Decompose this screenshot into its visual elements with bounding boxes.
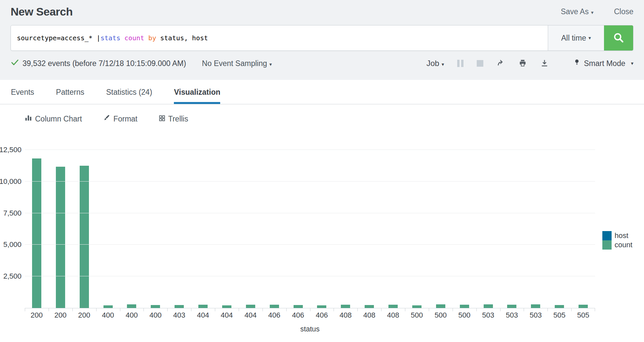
- x-axis-label: 500: [429, 308, 453, 320]
- time-range-picker[interactable]: All time▾: [548, 25, 604, 51]
- bar[interactable]: [507, 305, 516, 308]
- stop-icon: [477, 60, 483, 67]
- page-title: New Search: [11, 5, 73, 18]
- caret-down-icon: ▾: [591, 10, 594, 15]
- bar-group[interactable]: [334, 150, 357, 308]
- x-axis-label: 200: [49, 308, 72, 320]
- header: New Search Save As▾ Close: [11, 0, 633, 25]
- caret-down-icon: ▾: [588, 35, 591, 41]
- x-axis-label: 503: [500, 308, 524, 320]
- bar-group[interactable]: [239, 150, 262, 308]
- bar[interactable]: [294, 305, 303, 308]
- search-mode-dropdown[interactable]: Smart Mode▾: [573, 58, 633, 68]
- query-token: by: [148, 34, 156, 42]
- close-button[interactable]: Close: [614, 7, 633, 16]
- check-icon: [11, 58, 19, 69]
- bar-group[interactable]: [167, 150, 191, 308]
- save-as-button[interactable]: Save As▾: [561, 7, 593, 16]
- stop-button[interactable]: [477, 60, 483, 67]
- legend-item[interactable]: count: [602, 240, 632, 250]
- legend-label: host: [615, 231, 628, 240]
- download-icon: [540, 59, 549, 68]
- bar[interactable]: [317, 305, 326, 308]
- search-button[interactable]: [604, 25, 633, 51]
- bar[interactable]: [388, 305, 398, 308]
- bar-group[interactable]: [120, 150, 144, 308]
- bar[interactable]: [127, 304, 136, 308]
- bar-group[interactable]: [524, 150, 547, 308]
- bar[interactable]: [555, 305, 564, 308]
- search-icon: [613, 32, 624, 45]
- bar-group[interactable]: [500, 150, 524, 308]
- bar[interactable]: [175, 305, 184, 308]
- share-button[interactable]: [497, 59, 505, 68]
- trellis-grid-icon: [159, 115, 165, 123]
- event-sampling-dropdown[interactable]: No Event Sampling▾: [202, 59, 272, 68]
- bar[interactable]: [80, 166, 89, 308]
- bar-group[interactable]: [191, 150, 215, 308]
- bar[interactable]: [531, 304, 540, 308]
- tab-patterns[interactable]: Patterns: [56, 80, 84, 104]
- search-bar: sourcetype=access_* |stats count by stat…: [11, 25, 633, 51]
- bar[interactable]: [436, 304, 445, 308]
- bar-group[interactable]: [357, 150, 381, 308]
- tab-events[interactable]: Events: [11, 80, 34, 104]
- bar-group[interactable]: [405, 150, 429, 308]
- bar[interactable]: [151, 305, 160, 308]
- trellis-button[interactable]: Trellis: [159, 115, 188, 123]
- pause-icon: [457, 60, 463, 67]
- bar[interactable]: [460, 305, 469, 308]
- chart-type-picker[interactable]: Column Chart: [25, 114, 82, 123]
- bar-group[interactable]: [96, 150, 120, 308]
- x-axis-label: 408: [357, 308, 381, 320]
- print-icon: [518, 59, 527, 68]
- bar[interactable]: [365, 305, 374, 308]
- bar[interactable]: [103, 305, 113, 308]
- results-tabs: Events Patterns Statistics (24) Visualiz…: [0, 80, 644, 104]
- format-button[interactable]: Format: [103, 114, 138, 123]
- x-axis-label: 408: [334, 308, 357, 320]
- bar-group[interactable]: [429, 150, 453, 308]
- tab-visualization[interactable]: Visualization: [174, 80, 220, 104]
- pause-button[interactable]: [457, 60, 463, 67]
- bar[interactable]: [412, 305, 422, 308]
- bar[interactable]: [198, 305, 208, 308]
- bar[interactable]: [246, 305, 255, 308]
- bar[interactable]: [341, 305, 350, 308]
- bar[interactable]: [222, 305, 231, 308]
- bar-group[interactable]: [72, 150, 96, 308]
- x-axis-label: 406: [286, 308, 310, 320]
- print-button[interactable]: [518, 59, 527, 68]
- bar-group[interactable]: [215, 150, 239, 308]
- bar-group[interactable]: [476, 150, 500, 308]
- x-axis-label: 500: [453, 308, 476, 320]
- bar[interactable]: [484, 304, 493, 308]
- y-axis-label: 2,500: [3, 272, 21, 281]
- column-chart: 2,5005,0007,50010,00012,500 200200200400…: [0, 150, 644, 333]
- bar-group[interactable]: [310, 150, 334, 308]
- bar-group[interactable]: [381, 150, 405, 308]
- bar[interactable]: [56, 167, 65, 308]
- bar[interactable]: [579, 305, 588, 308]
- search-input[interactable]: sourcetype=access_* |stats count by stat…: [11, 25, 548, 51]
- bar-group[interactable]: [49, 150, 72, 308]
- bar-group[interactable]: [453, 150, 476, 308]
- tab-statistics[interactable]: Statistics (24): [106, 80, 152, 104]
- bar-group[interactable]: [547, 150, 571, 308]
- legend-item[interactable]: host: [602, 231, 632, 240]
- bar-group[interactable]: [286, 150, 310, 308]
- bar-group[interactable]: [571, 150, 595, 308]
- bar-group[interactable]: [25, 150, 49, 308]
- bar[interactable]: [270, 305, 279, 308]
- bar-group[interactable]: [143, 150, 167, 308]
- export-button[interactable]: [540, 59, 549, 68]
- x-axis-label: 200: [25, 308, 49, 320]
- bars-row: [25, 150, 595, 308]
- x-axis-label: 400: [120, 308, 144, 320]
- job-dropdown[interactable]: Job▾: [426, 59, 444, 68]
- bar-group[interactable]: [262, 150, 286, 308]
- job-status-bar: 39,532 events (before 7/12/18 10:15:09.0…: [11, 51, 633, 80]
- x-axis-label: 503: [524, 308, 547, 320]
- x-axis-label: 403: [167, 308, 191, 320]
- x-axis-label: 400: [143, 308, 167, 320]
